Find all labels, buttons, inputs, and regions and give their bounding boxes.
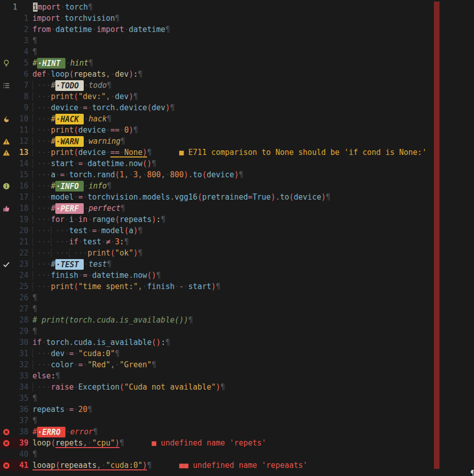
buffer[interactable]: 1import·torch¶1import·torchvision¶2from·… <box>0 2 474 471</box>
code-token: ▏ <box>32 103 37 112</box>
code-text: ▏···▏···if·test·≠·3:¶ <box>28 236 129 247</box>
code-token: ) <box>216 383 220 392</box>
code-token: ( <box>147 103 152 112</box>
code-line-22: 21▏···▏···if·test·≠·3:¶ <box>0 236 474 247</box>
code-token: ··· <box>37 282 51 291</box>
code-token: = <box>78 193 83 202</box>
code-token: , <box>124 170 129 179</box>
code-text: if·torch.cuda.is_available():¶ <box>28 337 170 348</box>
code-line-7: 6def·loop(repeats,·dev):¶ <box>0 69 474 80</box>
code-text: #·HINT ·hint¶ <box>28 57 93 69</box>
line-number: 26 <box>12 292 28 303</box>
code-token: # <box>51 137 55 146</box>
code-token: in <box>78 215 87 224</box>
gutter-sign <box>0 192 12 203</box>
code-text: ▏···print("time spent:",·finish·-·start)… <box>28 281 220 292</box>
code-token: . <box>276 193 280 202</box>
code-text: ▏···#·TEST ·test¶ <box>28 259 112 270</box>
code-text: def·loop(repeats,·dev):¶ <box>28 69 143 80</box>
code-token: # <box>32 58 37 68</box>
gutter-sign <box>0 449 12 460</box>
gutter-sign <box>0 270 12 281</box>
gutter-sign <box>0 2 12 13</box>
gutter-sign <box>0 102 12 113</box>
code-token: · <box>124 25 129 34</box>
code-token: pretrained <box>202 193 248 202</box>
code-token: ¶ <box>124 237 129 246</box>
code-token: print <box>51 125 74 135</box>
gutter-sign <box>0 382 12 393</box>
code-token: # <box>51 204 55 213</box>
code-token: ( <box>69 70 74 79</box>
code-token: · <box>111 237 115 246</box>
code-token: ··· <box>37 226 51 235</box>
code-token: if <box>32 338 42 347</box>
gutter-sign <box>0 113 12 124</box>
line-number: 30 <box>12 337 28 348</box>
code-line-36: 35¶ <box>0 393 474 404</box>
code-token: True <box>253 193 271 202</box>
code-token: ) <box>211 282 216 291</box>
code-token: hint <box>70 58 88 68</box>
code-token: , <box>106 70 111 79</box>
code-token: ·TODO <box>55 80 84 91</box>
warning-icon <box>3 137 10 146</box>
code-token: · <box>78 103 83 112</box>
code-token: ) <box>133 248 138 258</box>
code-token: import <box>96 25 124 34</box>
code-token: ▏ <box>32 92 37 101</box>
code-token: ·ERRO <box>37 427 65 437</box>
code-token: datetime <box>55 25 92 34</box>
code-text: from·datetime·import·datetime¶ <box>28 24 170 35</box>
code-token: models <box>143 193 170 202</box>
code-token: · <box>120 125 124 135</box>
code-token: ) <box>129 92 133 101</box>
code-token: ) <box>129 125 133 135</box>
code-token: . <box>170 193 175 202</box>
code-token: · <box>64 215 69 224</box>
code-token: ··· <box>37 204 51 213</box>
code-token: repets <box>55 438 83 448</box>
code-token: ¶ <box>121 204 125 213</box>
code-token: ▏ <box>32 81 37 90</box>
line-number: 14 <box>12 158 28 169</box>
code-token: ··· <box>37 125 51 135</box>
code-line-8: 7▏···#·TODO ·todo¶ <box>0 80 474 91</box>
code-token: · <box>74 215 78 224</box>
line-number: 2 <box>12 24 28 35</box>
code-token: # <box>32 427 37 436</box>
code-line-30: 29¶ <box>0 326 474 337</box>
code-token: ··· <box>37 360 51 369</box>
code-text: ¶ <box>28 449 37 460</box>
code-token: device <box>207 170 234 179</box>
code-token: · <box>106 125 111 135</box>
code-token: () <box>152 338 161 347</box>
code-editor[interactable]: 1import·torch¶1import·torchvision¶2from·… <box>0 0 474 476</box>
code-token: ··· <box>37 148 51 157</box>
code-token: · <box>74 405 78 414</box>
gutter-sign <box>0 46 12 57</box>
code-text: # print(torch.cuda.is_available())¶ <box>28 314 193 326</box>
code-token: "time spent:" <box>78 282 138 291</box>
code-token: a <box>129 226 133 235</box>
gutter-sign <box>0 359 12 370</box>
code-token: ··· <box>37 81 51 90</box>
code-token: ¶ <box>138 248 143 258</box>
gutter-sign <box>0 426 12 437</box>
code-text: ▏···start·=·datetime.now()¶ <box>28 158 156 169</box>
code-token: ¶ <box>152 360 156 369</box>
code-line-41: 40¶ <box>0 449 474 460</box>
code-token: ¶ <box>156 271 161 280</box>
code-token: . <box>188 170 193 179</box>
code-token: ··· <box>37 237 51 246</box>
code-token: ¶ <box>32 36 37 45</box>
code-token: ¶ <box>326 193 330 202</box>
code-token: # print(torch.cuda.is_available()) <box>32 315 188 325</box>
code-token: · <box>74 383 78 392</box>
code-token: device <box>78 148 106 157</box>
code-token: datetime <box>92 271 128 280</box>
code-token: · <box>64 405 69 414</box>
lightbulb-icon <box>3 59 10 68</box>
line-number: 25 <box>12 281 28 292</box>
code-token: ▏ <box>32 349 37 358</box>
